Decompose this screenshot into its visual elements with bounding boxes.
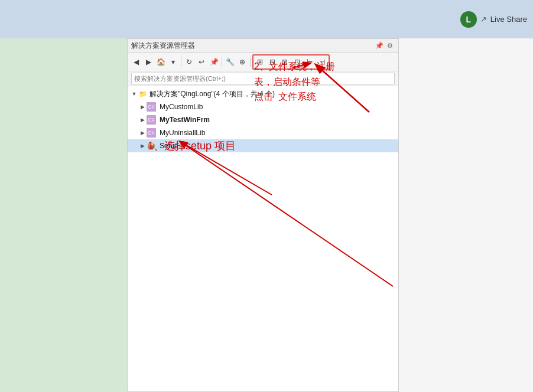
undo-button[interactable]: ↩ [196, 56, 207, 68]
mycustomlib-arrow: ▶ [138, 103, 147, 111]
pin2-button[interactable]: 📌 [208, 56, 220, 68]
right-area [399, 38, 533, 392]
back-button[interactable]: ◀ [130, 56, 142, 68]
myuninsiallLib-label: MyUninsiallLib [160, 129, 205, 137]
live-share-button[interactable]: L ↗ Live Share [460, 11, 527, 28]
top-bar: L ↗ Live Share [0, 0, 533, 38]
solution-icon: 📁 [138, 89, 148, 99]
mycustomlib-label: MyCustomLib [160, 103, 203, 111]
settings-button[interactable]: ⚙ [385, 41, 395, 51]
mytestwinfrm-label: MyTestWinFrm [160, 116, 210, 124]
annotation-1: 1、选择setup 项目 [148, 139, 236, 153]
panel-controls: 📌 ⚙ [375, 41, 395, 51]
add-button[interactable]: ⊕ [236, 56, 248, 68]
tree-item-mytestwinfrm[interactable]: ▶ C# MyTestWinFrm [128, 113, 398, 126]
pin-button[interactable]: 📌 [375, 41, 384, 51]
separator-1 [181, 57, 181, 67]
forward-button[interactable]: ▶ [142, 56, 154, 68]
refresh-button[interactable]: ↻ [183, 56, 195, 68]
user-avatar: L [460, 11, 477, 28]
setup-arrow: ▶ [138, 142, 147, 150]
root-arrow: ▼ [130, 90, 138, 98]
dropdown-button[interactable]: ▾ [167, 56, 179, 68]
annotation-2: 2、文件系统，注册表，启动条件等点击 文件系统 [254, 59, 335, 104]
separator-2 [222, 57, 222, 67]
tree-area: ▼ 📁 解决方案"QingLong"(4 个项目，共 4 个) ▶ C# MyC… [128, 86, 398, 391]
mytestwinfrm-icon: C# [147, 115, 156, 125]
separator-3 [250, 57, 251, 67]
mytestwinfrm-arrow: ▶ [138, 116, 147, 124]
share-icon: ↗ [480, 15, 487, 24]
live-share-label: Live Share [490, 15, 527, 24]
myuninsiallLib-icon: C# [147, 128, 156, 138]
tree-item-myuninsiallLib[interactable]: ▶ C# MyUninsiallLib [128, 126, 398, 139]
tools-button[interactable]: 🔧 [224, 56, 236, 68]
home-button[interactable]: 🏠 [155, 56, 167, 68]
mycustomlib-icon: C# [147, 102, 156, 112]
myuninsiallLib-arrow: ▶ [138, 129, 147, 137]
panel-title: 解决方案资源管理器 [131, 41, 195, 51]
panel-header: 解决方案资源管理器 📌 ⚙ [128, 39, 398, 53]
left-sidebar [0, 38, 127, 392]
